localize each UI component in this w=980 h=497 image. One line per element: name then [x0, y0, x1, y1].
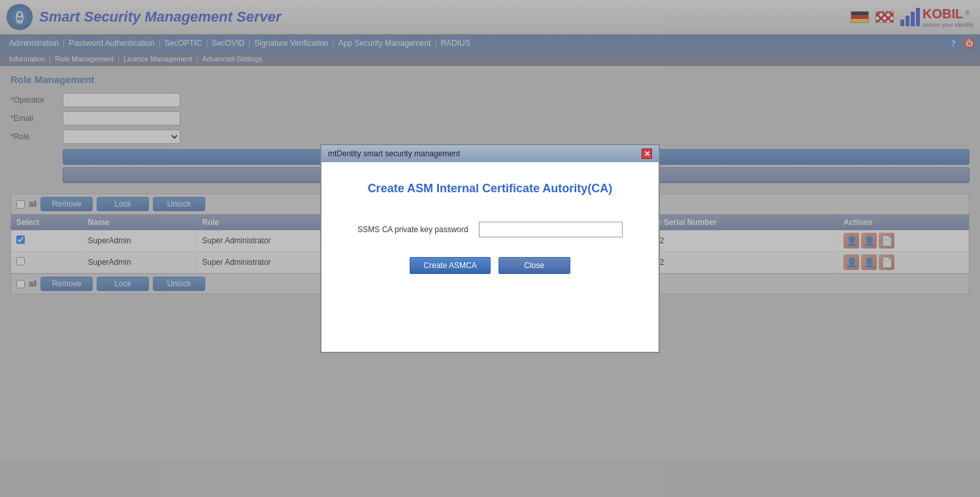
- modal-buttons: Create ASMCA Close: [410, 257, 570, 274]
- modal-dialog: mtDentity smart security management ✕ Cr…: [320, 144, 660, 353]
- modal-overlay: mtDentity smart security management ✕ Cr…: [0, 0, 980, 458]
- modal-password-row: SSMS CA private key password: [335, 222, 645, 237]
- modal-password-label: SSMS CA private key password: [357, 225, 468, 234]
- modal-close-button[interactable]: ✕: [642, 148, 652, 159]
- modal-password-input[interactable]: [479, 222, 623, 237]
- modal-title: Create ASM Internal Certificate Autority…: [368, 182, 613, 196]
- modal-close-dialog-button[interactable]: Close: [498, 257, 570, 274]
- create-asmca-button[interactable]: Create ASMCA: [410, 257, 490, 274]
- modal-body: Create ASM Internal Certificate Autority…: [321, 162, 659, 287]
- modal-titlebar: mtDentity smart security management ✕: [321, 145, 659, 162]
- modal-titlebar-text: mtDentity smart security management: [328, 149, 460, 158]
